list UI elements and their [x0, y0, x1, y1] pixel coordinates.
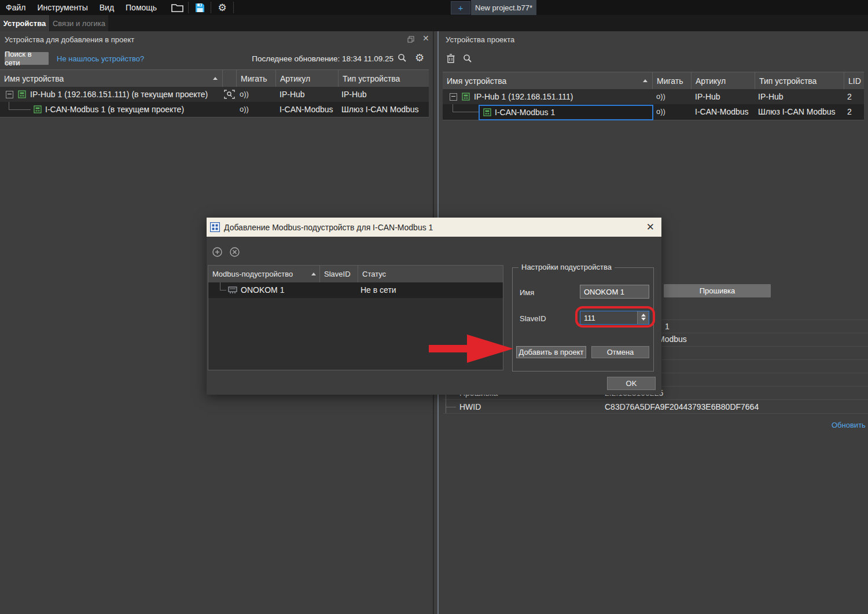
type-label: IP-Hub: [758, 92, 784, 101]
column-header-lid[interactable]: LID: [844, 72, 864, 90]
menu-view[interactable]: Вид: [94, 0, 120, 15]
article-label: I-CAN-Modbus: [695, 107, 749, 116]
slaveid-field-label: SlaveID: [520, 314, 546, 323]
device-icon: [18, 90, 26, 98]
tab-devices[interactable]: Устройства: [0, 15, 49, 31]
gear-icon: ⚙: [218, 3, 227, 13]
menu-file[interactable]: Файл: [0, 0, 31, 15]
sort-ascending-icon: [643, 79, 648, 82]
slaveid-spinner[interactable]: [637, 311, 649, 325]
column-header-slaveid[interactable]: SlaveID: [320, 266, 358, 282]
article-label: IP-Hub: [695, 92, 720, 101]
view-tabstrip: Устройства Связи и логика: [0, 15, 868, 31]
menubar-separator: [233, 2, 234, 13]
column-header-blink[interactable]: Мигать: [653, 72, 692, 90]
menubar-separator: [188, 2, 189, 13]
device-name-label: I-CAN-Modbus 1 (в текущем проекте): [45, 105, 184, 114]
project-tab[interactable]: New project.b77*: [471, 0, 536, 15]
remove-subdevice-icon[interactable]: [230, 247, 240, 257]
slaveid-input[interactable]: [580, 311, 637, 325]
open-folder-button[interactable]: [167, 0, 187, 15]
search-network-button[interactable]: Поиск в сети: [5, 52, 49, 65]
device-icon: [462, 93, 470, 101]
tab-links-logic[interactable]: Связи и логика: [50, 15, 108, 31]
left-table-header: Имя устройства Мигать Артикул Тип устрой…: [0, 69, 429, 88]
property-partial-value: Modbus: [658, 334, 687, 344]
save-icon: [195, 3, 205, 13]
blink-icon[interactable]: o)): [240, 90, 249, 98]
right-table-header: Имя устройства Мигать Артикул Тип устрой…: [443, 72, 864, 90]
subdevice-settings-group: Настройки подустройства Имя SlaveID Доба…: [512, 267, 654, 372]
tree-guide: [453, 104, 453, 112]
cancel-button[interactable]: Отмена: [591, 346, 649, 358]
menu-tools[interactable]: Инструменты: [31, 0, 93, 15]
panel-gear-icon[interactable]: ⚙: [415, 52, 424, 64]
left-panel-title: Устройства для добавления в проект: [5, 35, 134, 44]
table-row[interactable]: IP-Hub 1 (192.168.151.111) (в текущем пр…: [0, 87, 429, 102]
property-label: HWID: [459, 402, 481, 411]
tree-guide: [220, 290, 226, 291]
ok-button[interactable]: OK: [607, 377, 656, 390]
column-header-status[interactable]: Статус: [358, 266, 503, 282]
tree-guide: [9, 109, 31, 110]
lid-label: 2: [847, 107, 852, 116]
article-label: I-CAN-Modbus: [279, 105, 333, 114]
search-icon[interactable]: [463, 54, 472, 63]
settings-button[interactable]: ⚙: [212, 0, 232, 15]
device-name-label: I-CAN-Modbus 1: [495, 108, 555, 117]
float-window-icon[interactable]: [407, 36, 414, 43]
column-header-modbus-subdevice[interactable]: Modbus-подустройство: [208, 266, 320, 282]
table-row-selected[interactable]: I-CAN-Modbus 1 o)) I-CAN-Modbus Шлюз I-C…: [443, 104, 864, 120]
dialog-close-icon[interactable]: ✕: [646, 221, 654, 233]
menu-help[interactable]: Помощь: [120, 0, 163, 15]
selection-box: I-CAN-Modbus 1: [479, 105, 653, 120]
column-header-type[interactable]: Тип устройства: [339, 70, 429, 87]
column-header-type[interactable]: Тип устройства: [755, 72, 844, 90]
spinner-down-icon[interactable]: [641, 318, 646, 321]
blink-icon[interactable]: o)): [656, 92, 665, 101]
grid-line: [443, 413, 868, 414]
subdevice-name-input[interactable]: [580, 285, 649, 299]
add-modbus-subdevice-dialog: Добавление Modbus-подустройств для I-CAN…: [207, 218, 661, 395]
close-panel-icon[interactable]: ✕: [422, 34, 429, 43]
collapse-expander-icon[interactable]: [6, 91, 13, 98]
save-button[interactable]: [190, 0, 209, 15]
lid-label: 2: [847, 92, 852, 101]
column-header-blink[interactable]: Мигать: [237, 70, 276, 87]
delete-device-icon[interactable]: [447, 54, 455, 63]
subdevice-name-label: ONOKOM 1: [241, 285, 284, 295]
subdevice-row[interactable]: ONOKOM 1 Не в сети: [208, 282, 503, 298]
scan-device-icon[interactable]: [224, 90, 235, 99]
device-name-label: IP-Hub 1 (192.168.151.111) (в текущем пр…: [30, 90, 208, 99]
subdevice-table-header: Modbus-подустройство SlaveID Статус: [208, 266, 503, 283]
table-row[interactable]: I-CAN-Modbus 1 (в текущем проекте) o)) I…: [0, 102, 429, 117]
add-subdevice-icon[interactable]: [212, 247, 222, 257]
property-value: C83D76A5DFA9F20443793E6B80DF7664: [605, 402, 759, 411]
blink-icon[interactable]: o)): [656, 107, 665, 116]
column-header-article[interactable]: Артикул: [276, 70, 339, 87]
column-header-blank[interactable]: [223, 70, 237, 87]
sort-ascending-icon: [213, 77, 218, 80]
collapse-expander-icon[interactable]: [450, 93, 457, 101]
subdevice-table: Modbus-подустройство SlaveID Статус ONOK…: [208, 265, 503, 370]
add-to-project-button[interactable]: Добавить в проект: [516, 346, 586, 358]
app-window: Файл Инструменты Вид Помощь ⚙ + New proj…: [0, 0, 868, 614]
column-header-article[interactable]: Артикул: [692, 72, 755, 90]
table-row[interactable]: IP-Hub 1 (192.168.151.111) o)) IP-Hub IP…: [443, 89, 864, 104]
tree-guide: [9, 102, 9, 109]
spinner-up-icon[interactable]: [641, 314, 646, 317]
tree-guide: [453, 112, 479, 112]
sort-ascending-icon: [311, 273, 316, 275]
firmware-button[interactable]: Прошивка: [664, 284, 771, 297]
dialog-titlebar[interactable]: Добавление Modbus-подустройств для I-CAN…: [207, 218, 661, 237]
column-header-device-name[interactable]: Имя устройства: [443, 72, 653, 90]
blink-icon[interactable]: o)): [240, 105, 249, 113]
search-icon[interactable]: [398, 53, 407, 62]
name-field-label: Имя: [520, 288, 534, 297]
device-not-found-link[interactable]: Не нашлось устройство?: [57, 54, 144, 63]
article-label: IP-Hub: [279, 90, 305, 99]
subdevice-icon: [228, 286, 237, 294]
column-header-device-name[interactable]: Имя устройства: [0, 70, 223, 87]
refresh-link[interactable]: Обновить: [832, 421, 866, 429]
new-project-tab-button[interactable]: +: [451, 1, 470, 14]
